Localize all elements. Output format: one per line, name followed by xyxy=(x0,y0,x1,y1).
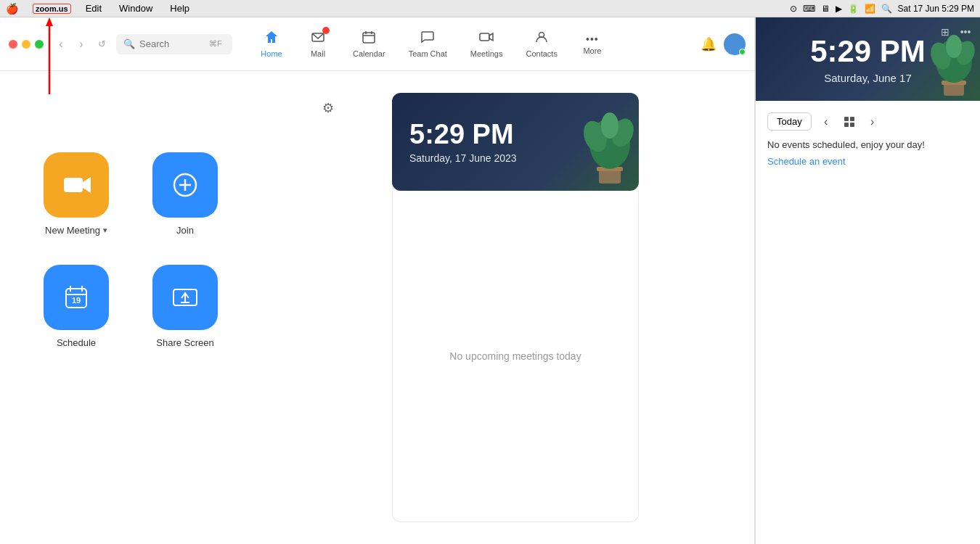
today-button[interactable]: Today xyxy=(767,112,812,131)
svg-rect-5 xyxy=(480,33,489,41)
svg-point-30 xyxy=(946,35,962,58)
tab-home-label: Home xyxy=(261,49,282,58)
monitor-icon: 🖥 xyxy=(821,4,830,14)
plant-decoration xyxy=(581,104,639,191)
toolbar-right: 🔔 xyxy=(701,33,746,55)
schedule-event-link[interactable]: Schedule an event xyxy=(767,156,846,167)
svg-rect-31 xyxy=(844,117,849,121)
share-screen-item[interactable]: Share Screen xyxy=(152,265,218,348)
schedule-label: Schedule xyxy=(57,337,96,348)
share-screen-button[interactable] xyxy=(152,265,218,330)
tab-contacts[interactable]: Contacts xyxy=(515,25,567,62)
action-grid: New Meeting ▾ xyxy=(44,152,218,348)
contacts-icon xyxy=(534,30,549,48)
sidebar-time: 5:29 PM xyxy=(810,34,926,69)
schedule-button[interactable]: 19 xyxy=(44,265,109,330)
mac-menubar: 🍎 zoom.us Edit Window Help ⊙ ⌨ 🖥 ▶ 🔋 📶 🔍… xyxy=(0,0,980,17)
tab-mail-label: Mail xyxy=(311,49,325,58)
mail-icon xyxy=(311,30,325,48)
close-button[interactable] xyxy=(9,40,17,49)
no-events-text: No events scheduled, enjoy your day! xyxy=(767,139,968,150)
calendar-icon xyxy=(362,30,376,48)
new-meeting-label: New Meeting xyxy=(45,225,100,236)
menubar-right: ⊙ ⌨ 🖥 ▶ 🔋 📶 🔍 Sat 17 Jun 5:29 PM xyxy=(790,4,974,14)
tab-more[interactable]: ••• More xyxy=(571,29,614,59)
more-icon: ••• xyxy=(586,33,599,45)
avatar[interactable] xyxy=(724,33,746,55)
tab-mail[interactable]: Mail xyxy=(296,25,340,62)
new-meeting-label-row: New Meeting ▾ xyxy=(45,225,107,236)
share-screen-label: Share Screen xyxy=(156,337,214,348)
svg-text:19: 19 xyxy=(72,296,81,305)
time-text: 5:29 PM Saturday, 17 June 2023 xyxy=(409,120,517,164)
zoom-menu-item[interactable]: zoom.us xyxy=(33,4,71,14)
tab-calendar[interactable]: Calendar xyxy=(343,25,396,62)
main-date-display: Saturday, 17 June 2023 xyxy=(409,152,517,164)
tab-contacts-label: Contacts xyxy=(526,49,557,58)
bell-icon[interactable]: 🔔 xyxy=(701,36,716,52)
toolbar: ‹ › ↺ 🔍 ⌘F Home xyxy=(0,17,754,71)
wifi-icon: 📶 xyxy=(865,4,875,14)
avatar-status-dot xyxy=(739,49,746,55)
new-meeting-button[interactable] xyxy=(44,152,109,218)
sidebar-plant-decoration xyxy=(929,28,980,101)
search-input[interactable] xyxy=(139,38,205,49)
battery-icon: 🔋 xyxy=(848,4,859,14)
no-meetings-text: No upcoming meetings today xyxy=(449,350,581,362)
main-time-display: 5:29 PM xyxy=(409,120,517,148)
svg-rect-34 xyxy=(850,123,854,127)
search-box[interactable]: 🔍 ⌘F xyxy=(116,34,232,54)
new-meeting-dropdown-icon[interactable]: ▾ xyxy=(103,226,107,235)
calendar-nav: Today ‹ › xyxy=(767,112,968,131)
right-sidebar: ⊞ ••• 5:29 PM Saturday, June 17 Today ‹ xyxy=(755,17,980,544)
tab-home[interactable]: Home xyxy=(250,25,293,62)
maximize-button[interactable] xyxy=(35,40,44,49)
spotlight-icon[interactable]: 🔍 xyxy=(881,4,892,14)
schedule-item[interactable]: 19 Schedule xyxy=(44,265,109,348)
main-content: ⚙ New Meeting ▾ xyxy=(0,71,754,544)
svg-rect-1 xyxy=(363,33,375,43)
tab-calendar-label: Calendar xyxy=(353,49,385,58)
meeting-panel: 5:29 PM Saturday, 17 June 2023 xyxy=(377,71,754,544)
cal-grid-button[interactable] xyxy=(841,113,858,131)
edit-menu[interactable]: Edit xyxy=(83,3,105,14)
time-card: 5:29 PM Saturday, 17 June 2023 xyxy=(392,93,639,191)
join-item[interactable]: Join xyxy=(152,152,218,236)
join-label-row: Join xyxy=(176,225,194,236)
nav-tabs: Home Mail xyxy=(250,25,614,62)
tab-team-chat[interactable]: Team Chat xyxy=(399,25,457,62)
refresh-button[interactable]: ↺ xyxy=(93,36,110,53)
apple-menu[interactable]: 🍎 xyxy=(6,3,18,15)
settings-icon[interactable]: ⚙ xyxy=(322,100,334,116)
svg-rect-32 xyxy=(850,117,854,121)
schedule-label-row: Schedule xyxy=(57,337,96,348)
tab-meetings-label: Meetings xyxy=(470,49,503,58)
join-label: Join xyxy=(176,225,194,236)
settings-row: ⚙ xyxy=(44,100,334,116)
cal-prev-button[interactable]: ‹ xyxy=(817,113,835,131)
cal-next-button[interactable]: › xyxy=(864,113,881,131)
meetings-icon xyxy=(479,30,494,48)
help-menu[interactable]: Help xyxy=(167,3,192,14)
window-menu[interactable]: Window xyxy=(116,3,155,14)
new-meeting-item[interactable]: New Meeting ▾ xyxy=(44,152,109,236)
tab-more-label: More xyxy=(583,46,601,55)
home-icon xyxy=(264,30,279,48)
join-button[interactable] xyxy=(152,152,218,218)
team-chat-icon xyxy=(420,30,435,48)
zoom-app: ‹ › ↺ 🔍 ⌘F Home xyxy=(0,17,755,544)
minimize-button[interactable] xyxy=(22,40,30,49)
nav-arrows: ‹ › ↺ xyxy=(52,36,110,53)
tab-meetings[interactable]: Meetings xyxy=(460,25,513,62)
forward-button[interactable]: › xyxy=(73,36,90,53)
traffic-lights xyxy=(9,40,44,49)
search-shortcut: ⌘F xyxy=(209,39,222,49)
play-icon: ▶ xyxy=(836,4,842,14)
app-container: ‹ › ↺ 🔍 ⌘F Home xyxy=(0,17,980,544)
action-panel: ⚙ New Meeting ▾ xyxy=(0,71,377,544)
mail-badge xyxy=(322,27,330,34)
back-button[interactable]: ‹ xyxy=(52,36,70,53)
svg-rect-33 xyxy=(844,123,849,127)
svg-rect-7 xyxy=(64,178,83,192)
menubar-time: Sat 17 Jun 5:29 PM xyxy=(898,4,974,14)
